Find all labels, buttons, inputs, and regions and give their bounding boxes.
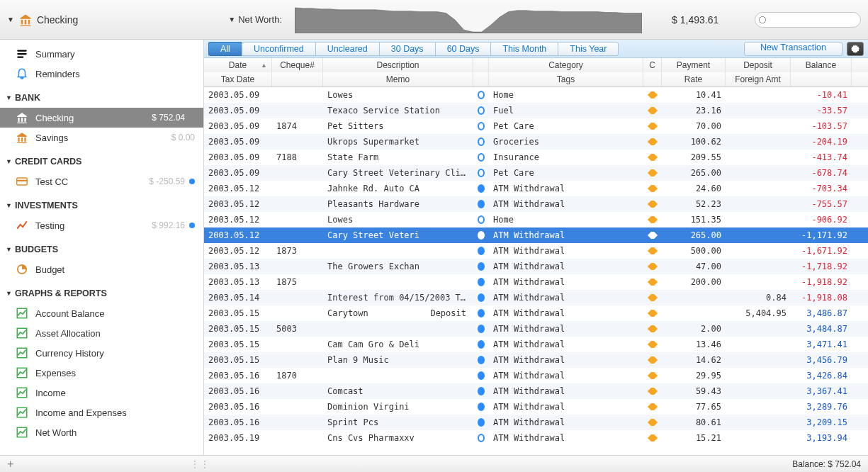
col-tags[interactable]: Tags — [489, 72, 643, 86]
table-row[interactable]: 2003.05.16 Dominion Virgini ATM Withdraw… — [204, 399, 868, 415]
table-row[interactable]: 2003.05.12 Pleasants Hardware ATM Withdr… — [204, 196, 868, 212]
cell-category: Home — [489, 90, 643, 100]
cleared-diamond-icon — [648, 107, 658, 114]
table-row[interactable]: 2003.05.09 Cary Street Veterinary Clinic… — [204, 165, 868, 181]
cell-payment: 15.21 — [662, 433, 726, 443]
sidebar-item-checking[interactable]: Checking $ 752.04 — [0, 108, 203, 128]
sidebar-item-income[interactable]: Income — [0, 383, 203, 403]
filter-tab-this-month[interactable]: This Month — [490, 42, 558, 56]
table-row[interactable]: 2003.05.12 Cary Street Veteri ATM Withdr… — [204, 227, 868, 243]
filter-tab-all[interactable]: All — [208, 42, 242, 56]
cell-date: 2003.05.09 — [204, 121, 272, 131]
filter-tab-uncleared[interactable]: Uncleared — [315, 42, 379, 56]
new-transaction-button[interactable]: New Transaction — [744, 42, 842, 56]
sidebar-item-reminders[interactable]: Reminders — [0, 64, 203, 84]
col-balance[interactable]: Balance — [791, 58, 852, 72]
col-cheque[interactable]: Cheque# — [272, 58, 323, 72]
table-row[interactable]: 2003.05.15 Cam Cam Gro & Deli ATM Withdr… — [204, 337, 868, 352]
cell-status — [473, 403, 489, 411]
sidebar-group-graphs-reports[interactable]: ▼GRAPHS & REPORTS — [0, 283, 203, 303]
sidebar-grip-icon[interactable]: ⋮⋮ — [191, 459, 210, 469]
cell-date: 2003.05.12 — [204, 230, 272, 240]
sidebar-item-summary[interactable]: Summary — [0, 44, 203, 64]
cell-status — [473, 293, 489, 302]
gear-button[interactable] — [847, 42, 864, 56]
cell-status — [473, 262, 489, 271]
sidebar-group-investments[interactable]: ▼INVESTMENTS — [0, 196, 203, 215]
cell-cleared — [643, 107, 662, 114]
sidebar-item-account-balance[interactable]: Account Balance — [0, 303, 203, 323]
col-payment[interactable]: Payment — [662, 58, 726, 72]
table-row[interactable]: 2003.05.19 Cns Cvs Pharmaxxv ATM Withdra… — [204, 430, 868, 446]
cell-balance: 3,209.15 — [791, 417, 852, 427]
col-taxdate[interactable]: Tax Date — [204, 72, 272, 86]
table-row[interactable]: 2003.05.16 Comcast ATM Withdrawal 59.43 … — [204, 383, 868, 399]
col-date[interactable]: Date▲ — [204, 58, 272, 72]
col-foreign[interactable]: Foreign Amt — [726, 72, 791, 86]
sidebar-item-expenses[interactable]: Expenses — [0, 363, 203, 383]
filter-tab-this-year[interactable]: This Year — [558, 42, 619, 56]
cell-date: 2003.05.16 — [204, 386, 272, 396]
cell-cheque: 1873 — [272, 246, 323, 256]
sidebar-item-budget[interactable]: Budget — [0, 259, 203, 279]
table-row[interactable]: 2003.05.12 1873 ATM Withdrawal 500.00 -1… — [204, 243, 868, 259]
sidebar-item-testing[interactable]: Testing $ 992.16 — [0, 215, 203, 235]
col-indicator[interactable] — [473, 58, 489, 72]
filter-tab-30-days[interactable]: 30 Days — [379, 42, 435, 56]
table-row[interactable]: 2003.05.13 1875 ATM Withdrawal 200.00 -1… — [204, 274, 868, 290]
sidebar-item-label: Budget — [35, 264, 195, 275]
col-deposit[interactable]: Deposit — [726, 58, 791, 72]
sidebar-group-budgets[interactable]: ▼BUDGETS — [0, 240, 203, 259]
search-input[interactable] — [755, 12, 861, 28]
sidebar-item-label: Reminders — [35, 69, 195, 79]
table-row[interactable]: 2003.05.09 Texaco Service Station Fuel 2… — [204, 103, 868, 118]
table-row[interactable]: 2003.05.12 Lowes Home 151.35 -906.92 — [204, 212, 868, 227]
table-row[interactable]: 2003.05.15 CarytownDeposit ATM Withdrawa… — [204, 305, 868, 321]
cell-status — [473, 356, 489, 364]
filter-tab-60-days[interactable]: 60 Days — [435, 42, 491, 56]
table-row[interactable]: 2003.05.16 Sprint Pcs ATM Withdrawal 80.… — [204, 415, 868, 430]
sidebar-item-income-and-expenses[interactable]: Income and Expenses — [0, 403, 203, 422]
sidebar-item-savings[interactable]: Savings $ 0.00 — [0, 128, 203, 147]
table-row[interactable]: 2003.05.14 Interest from 04/15/2003 Thr … — [204, 290, 868, 305]
table-row[interactable]: 2003.05.09 7188 State Farm Insurance 209… — [204, 150, 868, 165]
sidebar-item-net-worth[interactable]: Net Worth — [0, 422, 203, 442]
cell-description: Lowes — [323, 90, 473, 100]
col-cleared[interactable]: C — [643, 58, 662, 72]
table-row[interactable]: 2003.05.12 Jahnke Rd. Auto CA ATM Withdr… — [204, 181, 868, 196]
footer-balance: Balance: $ 752.04 — [792, 459, 861, 469]
cell-category: Pet Care — [489, 168, 643, 178]
table-row[interactable]: 2003.05.16 1870 ATM Withdrawal 29.95 3,4… — [204, 368, 868, 383]
table-row[interactable]: 2003.05.13 The Growers Exchan ATM Withdr… — [204, 259, 868, 274]
transaction-list[interactable]: 2003.05.09 Lowes Home 10.41 -10.41 2003.… — [204, 87, 868, 455]
table-row[interactable]: 2003.05.15 5003 ATM Withdrawal 2.00 3,48… — [204, 321, 868, 337]
account-selector[interactable]: ▼ Checking — [7, 13, 78, 27]
cell-cleared — [643, 388, 662, 395]
cell-status — [473, 106, 489, 115]
table-row[interactable]: 2003.05.09 Ukrops Supermarket Groceries … — [204, 134, 868, 150]
cell-payment: 24.60 — [662, 184, 726, 193]
sidebar-group-bank[interactable]: ▼BANK — [0, 88, 203, 108]
status-circle-icon — [478, 356, 485, 364]
col-rate[interactable]: Rate — [662, 72, 726, 86]
col-description[interactable]: Description — [323, 58, 473, 72]
sidebar-item-asset-allocation[interactable]: Asset Allocation — [0, 323, 203, 343]
col-category[interactable]: Category — [489, 58, 643, 72]
table-row[interactable]: 2003.05.15 Plan 9 Music ATM Withdrawal 1… — [204, 352, 868, 368]
chart-icon — [14, 426, 30, 439]
cell-deposit: 0.84 — [726, 293, 791, 303]
filter-tab-unconfirmed[interactable]: Unconfirmed — [242, 42, 315, 56]
account-name: Checking — [37, 14, 78, 26]
table-row[interactable]: 2003.05.09 Lowes Home 10.41 -10.41 — [204, 87, 868, 103]
sidebar-item-currency-history[interactable]: Currency History — [0, 343, 203, 363]
table-row[interactable]: 2003.05.09 1874 Pet Sitters Pet Care 70.… — [204, 118, 868, 134]
status-circle-icon — [478, 247, 485, 255]
cell-date: 2003.05.12 — [204, 184, 272, 193]
cell-status — [473, 387, 489, 395]
col-memo[interactable]: Memo — [323, 72, 473, 86]
cell-category: ATM Withdrawal — [489, 371, 643, 381]
cell-date: 2003.05.09 — [204, 106, 272, 116]
sidebar-group-credit-cards[interactable]: ▼CREDIT CARDS — [0, 152, 203, 172]
sidebar-item-test-cc[interactable]: Test CC $ -250.59 — [0, 172, 203, 191]
add-button[interactable]: + — [7, 458, 13, 471]
